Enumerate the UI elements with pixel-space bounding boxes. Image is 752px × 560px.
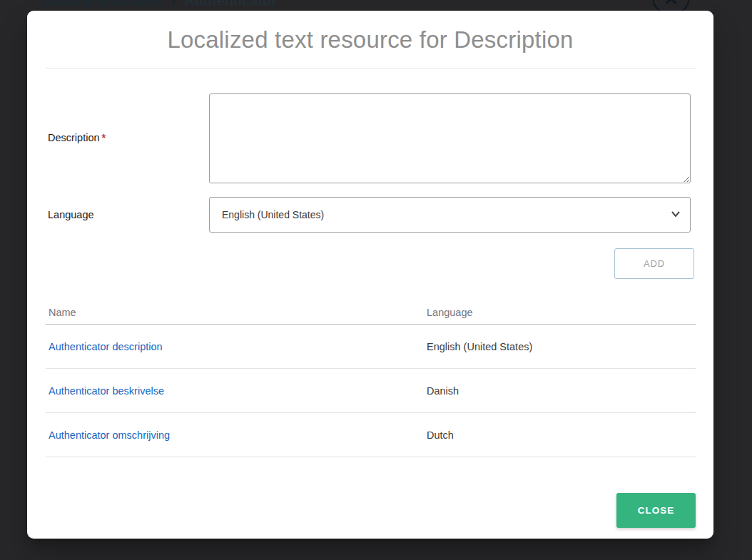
dialog-title: Localized text resource for Description xyxy=(27,26,713,54)
resource-language: English (United States) xyxy=(427,341,696,352)
localized-text-resource-dialog: Localized text resource for Description … xyxy=(27,11,713,539)
required-asterisk: * xyxy=(102,132,106,143)
description-textarea[interactable] xyxy=(209,93,691,183)
breadcrumb-item-identity-providers[interactable]: Identity providers xyxy=(43,0,162,9)
breadcrumb-item-authenticator: Authenticator xyxy=(184,0,276,9)
resources-table: Name Language Authenticator description … xyxy=(46,301,696,457)
resource-name-link[interactable]: Authenticator omschrijving xyxy=(46,429,427,441)
resource-language: Danish xyxy=(427,385,696,397)
table-header-row: Name Language xyxy=(46,301,696,325)
language-label: Language xyxy=(48,209,94,220)
resource-name-link[interactable]: Authenticator beskrivelse xyxy=(46,385,427,397)
screen: Identity providers › Authenticator ✕ Loc… xyxy=(0,0,752,560)
breadcrumb: Identity providers › Authenticator xyxy=(43,0,277,9)
table-row: Authenticator description English (Unite… xyxy=(46,325,696,369)
add-button[interactable]: ADD xyxy=(614,248,694,279)
table-row: Authenticator omschrijving Dutch xyxy=(46,413,696,457)
column-header-name: Name xyxy=(46,307,427,318)
table-row: Authenticator beskrivelse Danish xyxy=(46,369,696,413)
close-button[interactable]: CLOSE xyxy=(616,493,696,528)
resource-language: Dutch xyxy=(427,429,696,441)
language-select[interactable]: English (United States) xyxy=(209,197,691,233)
column-header-language: Language xyxy=(427,307,696,318)
resource-name-link[interactable]: Authenticator description xyxy=(46,341,427,352)
breadcrumb-separator: › xyxy=(171,0,176,9)
description-label-text: Description xyxy=(48,132,100,143)
close-icon: ✕ xyxy=(664,0,678,8)
description-label: Description* xyxy=(48,132,106,143)
title-divider xyxy=(46,68,696,68)
language-select-wrap: English (United States) xyxy=(209,197,691,233)
